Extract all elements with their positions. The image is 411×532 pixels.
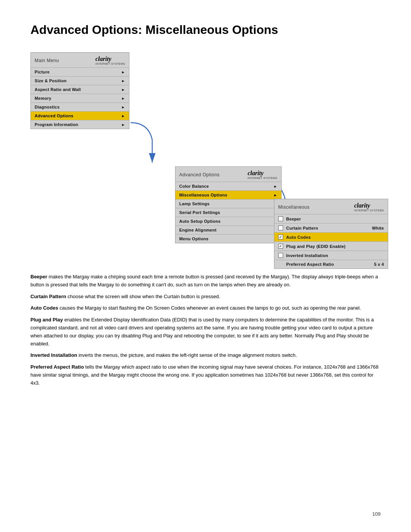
menu-item-color-balance[interactable]: Color Balance ► [175,182,281,191]
preferred-aspect-paragraph: Preferred Aspect Ratio tells the Margay … [30,363,381,387]
page-number: 109 [372,511,381,517]
main-menu-header: Main Menu clarity INTERNET SYSTEMS [31,53,129,68]
menu-item-advanced-options[interactable]: Advanced Options ► [31,112,129,120]
arrow-icon: ► [121,105,125,109]
misc-menu-header: Miscellaneous clarity INTERNET SYSTEMS [274,199,388,214]
menu-item-diagnostics[interactable]: Diagnostics ► [31,103,129,112]
misc-menu-label: Miscellaneous [278,204,310,210]
advanced-menu-header: Advanced Options clarity INTERNET SYSTEM… [175,167,281,182]
arrow-icon: ► [121,70,125,74]
curtain-paragraph: Curtain Pattern choose what the screen w… [30,293,381,301]
plugplay-bold: Plug and Play [30,317,63,323]
menu-item-serial-port[interactable]: Serial Port Settings ► [175,208,281,217]
clarity-logo-main: clarity INTERNET SYSTEMS [96,56,125,65]
menu-item-misc-options[interactable]: Miscellaneous Options ► [175,191,281,200]
advanced-menu: Advanced Options clarity INTERNET SYSTEM… [175,166,282,243]
checkbox-curtain[interactable] [278,225,283,230]
misc-item-beeper[interactable]: Beeper [274,214,388,224]
beeper-text: makes the Margay make a chirping sound e… [30,274,378,288]
plugplay-paragraph: Plug and Play enables the Extended Displ… [30,316,381,348]
menu-item-memory[interactable]: Memory ► [31,94,129,103]
inverted-text: inverts the menus, the picture, and make… [78,352,297,358]
autocodes-paragraph: Auto Codes causes the Margay to start fl… [30,304,381,312]
checkbox-auto-codes[interactable]: ✓ [278,235,283,240]
preferred-aspect-bold: Preferred Aspect Ratio [30,364,84,370]
misc-item-curtain[interactable]: Curtain Pattern White [274,224,388,233]
page-title: Advanced Options: Miscellaneous Options [30,23,381,37]
arrow-icon: ► [121,114,125,118]
menu-item-auto-setup[interactable]: Auto Setup Options ► [175,217,281,226]
checkbox-plug-play[interactable]: ✓ [278,244,283,249]
main-menu: Main Menu clarity INTERNET SYSTEMS Pictu… [30,52,129,129]
text-content-section: Beeper makes the Margay make a chirping … [30,273,381,387]
menus-section: Main Menu clarity INTERNET SYSTEMS Pictu… [30,52,381,265]
checkbox-inverted[interactable] [278,253,283,258]
clarity-logo-misc: clarity INTERNET SYSTEMS [354,202,384,212]
plugplay-text: enables the Extended Display Identificat… [30,317,374,346]
advanced-menu-label: Advanced Options [179,172,220,177]
arrow-icon: ► [121,96,125,101]
clarity-logo-advanced: clarity INTERNET SYSTEMS [248,170,277,179]
menu-item-engine-alignment[interactable]: Engine Alignment ► [175,226,281,235]
curtain-value: White [372,226,384,230]
beeper-paragraph: Beeper makes the Margay make a chirping … [30,273,381,289]
checkbox-beeper[interactable] [278,216,283,221]
menu-item-aspect-ratio[interactable]: Aspect Ratio and Wall ► [31,85,129,94]
misc-menu: Miscellaneous clarity INTERNET SYSTEMS B… [274,199,388,269]
curtain-text: choose what the screen will show when th… [68,294,220,299]
arrow-icon: ► [274,193,277,197]
beeper-bold: Beeper [30,274,47,280]
curtain-bold: Curtain Pattern [30,294,66,299]
arrow-icon: ► [121,88,125,92]
aspect-ratio-value: 5 x 4 [374,262,384,267]
misc-item-plug-play[interactable]: ✓ Plug and Play (EDID Enable) [274,242,388,251]
misc-item-auto-codes[interactable]: ✓ Auto Codes [274,233,388,242]
inverted-paragraph: Inverted Installation inverts the menus,… [30,351,381,359]
misc-item-aspect-ratio[interactable]: Preferred Aspect Ratio 5 x 4 [274,260,388,268]
arrow-icon: ► [121,79,125,83]
misc-item-inverted[interactable]: Inverted Installation [274,251,388,260]
menu-item-picture[interactable]: Picture ► [31,68,129,77]
main-menu-label: Main Menu [35,58,59,63]
arrow-icon: ► [274,184,277,189]
menu-item-size-position[interactable]: Size & Position ► [31,77,129,85]
autocodes-bold: Auto Codes [30,305,58,311]
inverted-bold: Inverted Installation [30,352,77,358]
autocodes-text: causes the Margay to start flashing the … [60,305,361,311]
menu-item-program-info[interactable]: Program Information ► [31,120,129,129]
menu-item-menu-options[interactable]: Menu Options ► [175,235,281,243]
arrow-icon: ► [121,123,125,127]
menu-item-lamp-settings[interactable]: Lamp Settings ► [175,200,281,208]
